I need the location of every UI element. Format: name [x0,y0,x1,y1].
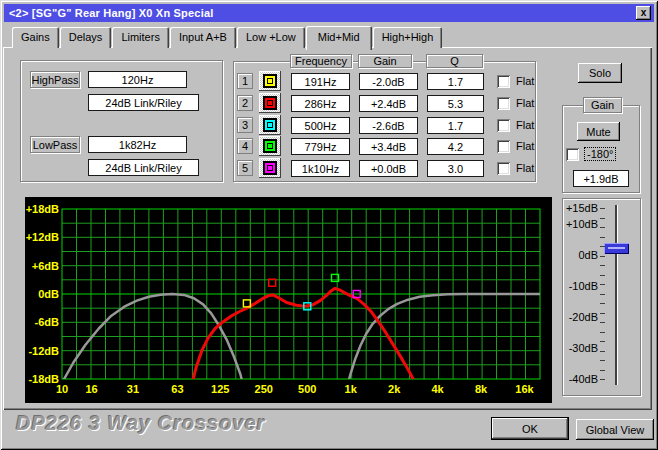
highpass-frequency-field[interactable]: 120Hz [88,71,187,88]
highpass-type-field[interactable]: 24dB Link/Riley [88,94,199,111]
band-gain-field[interactable]: -2.6dB [359,117,418,134]
eq-header-q: Q [426,54,483,68]
band-flat-label: Flat [516,119,534,131]
band-q-field[interactable]: 4.2 [427,138,484,155]
tab-strip: GainsDelaysLimitersInput A+BLow +LowMid+… [12,26,443,48]
band-frequency-field[interactable]: 191Hz [291,73,350,90]
band-gain-field[interactable]: +2.4dB [359,95,418,112]
band-color-button[interactable] [259,93,281,113]
x-axis-label: 4k [431,383,444,395]
tab-mid-mid[interactable]: Mid+Mid [306,26,372,50]
x-axis-label: 250 [255,383,273,395]
band-q-field[interactable]: 3.0 [427,160,484,177]
band-q-field[interactable]: 5.3 [427,95,484,112]
gain-group-label: Gain [583,97,622,113]
band-gain-field[interactable]: +0.0dB [359,160,418,177]
band-frequency-field[interactable]: 286Hz [291,95,350,112]
tab-input-a-b[interactable]: Input A+B [170,27,236,48]
fader-thumb[interactable] [604,243,629,254]
y-axis-label: 0dB [38,288,59,300]
close-icon[interactable]: x [636,6,651,20]
phase-invert-checkbox[interactable] [566,148,579,161]
tab-limiters[interactable]: Limiters [112,27,169,48]
band-color-button[interactable] [259,71,281,91]
band-gain-field[interactable]: -2.0dB [359,73,418,90]
fader-tick [600,275,605,276]
fader-tick [600,246,605,247]
band-flat-label: Flat [516,97,534,109]
lowpass-type-field[interactable]: 24dB Link/Riley [88,159,199,176]
x-axis-label: 16k [515,383,534,395]
band-frequency-field[interactable]: 1k10Hz [291,160,350,177]
band-flat-checkbox[interactable] [497,97,510,110]
band-flat-checkbox[interactable] [497,75,510,88]
phase-invert-label: -180° [585,148,615,160]
band-number-button[interactable]: 1 [237,73,253,89]
tab-high-high[interactable]: High+High [373,27,443,48]
x-axis-label: 8k [475,383,488,395]
mute-button[interactable]: Mute [577,122,620,141]
band-frequency-field[interactable]: 500Hz [291,117,350,134]
tab-delays[interactable]: Delays [60,27,112,48]
fader-tick [600,351,605,352]
fader-tick [600,370,605,371]
fader-scale-label: -30dB [563,342,598,354]
global-view-button[interactable]: Global View [576,419,654,440]
band-color-button[interactable] [259,158,281,178]
x-axis-label: 125 [211,383,229,395]
x-axis-label: 63 [171,383,183,395]
band-flat-checkbox[interactable] [497,119,510,132]
band-q-field[interactable]: 1.7 [427,73,484,90]
band-gain-field[interactable]: +3.4dB [359,138,418,155]
x-axis-label: 31 [127,383,139,395]
band-number-button[interactable]: 2 [237,95,253,111]
lowpass-label: LowPass [30,136,80,153]
band-color-icon [263,74,277,88]
solo-button[interactable]: Solo [578,63,622,83]
band-flat-checkbox[interactable] [497,162,510,175]
fader-tick [600,341,605,342]
band-frequency-field[interactable]: 779Hz [291,138,350,155]
band-flat-label: Flat [516,75,534,87]
fader-track[interactable] [615,205,618,385]
response-graph: +18dB+12dB+6dB0dB-6dB-12dB-18dB101631631… [25,197,552,403]
band-number-button[interactable]: 5 [237,160,253,176]
y-axis-label: -12dB [28,345,59,357]
fader-tick [600,322,605,323]
band-number-button[interactable]: 3 [237,117,253,133]
crossover-window: <2> [SG"G" Rear Hang] X0 Xn Special x Ga… [0,0,658,450]
x-axis-label: 2k [388,383,401,395]
y-axis-label: +12dB [26,231,59,243]
band-color-icon [263,96,277,110]
band-q-field[interactable]: 1.7 [427,117,484,134]
tab-gains[interactable]: Gains [12,27,59,48]
fader-tick [600,237,605,238]
fader-tick [600,208,605,209]
fader-tick [600,256,605,257]
band-color-icon [263,161,277,175]
fader-scale-label: 0dB [563,249,598,261]
eq-header-frequency: Frequency [290,54,352,68]
fader-tick [600,218,605,219]
tab-low-low[interactable]: Low +Low [237,27,305,48]
fader-tick [600,265,605,266]
band-color-button[interactable] [259,115,281,135]
band-flat-checkbox[interactable] [497,140,510,153]
ok-button[interactable]: OK [491,417,569,440]
highpass-label: HighPass [30,71,80,88]
response-graph-svg: +18dB+12dB+6dB0dB-6dB-12dB-18dB101631631… [25,197,552,403]
title-bar: <2> [SG"G" Rear Hang] X0 Xn Special x [4,4,654,22]
fader-group: +15dB+10dB0dB-10dB-20dB-30dB-40dB [562,198,641,396]
fader-tick [600,379,605,380]
band-number-button[interactable]: 4 [237,138,253,154]
fader-scale-label: -20dB [563,311,598,323]
x-axis-label: 16 [85,383,97,395]
lowpass-frequency-field[interactable]: 1k82Hz [88,136,187,153]
x-axis-label: 1k [345,383,358,395]
device-title: DP226 3 Way Crossover [16,412,266,435]
band-color-button[interactable] [259,136,281,156]
y-axis-label: -18dB [28,373,59,385]
fader-tick [600,313,605,314]
gain-value-field[interactable]: +1.9dB [573,170,629,187]
band-flat-label: Flat [516,140,534,152]
